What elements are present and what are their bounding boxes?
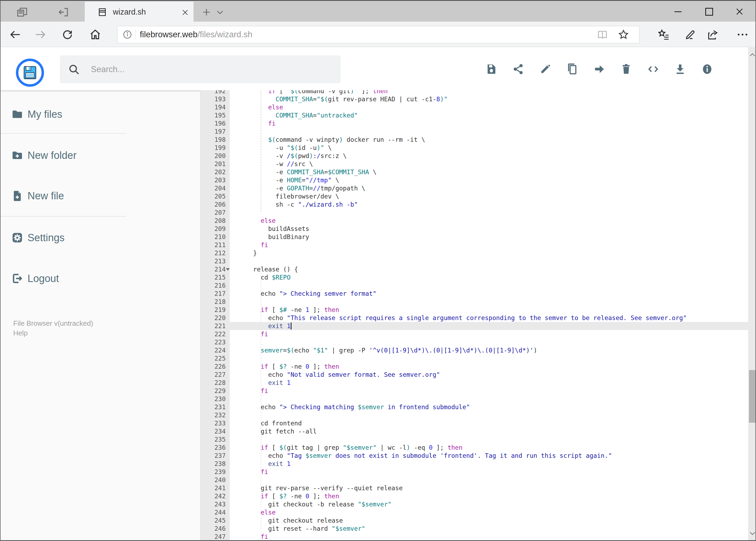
back-icon[interactable] bbox=[7, 26, 23, 43]
code-line[interactable]: 210 buildBinary bbox=[200, 233, 748, 241]
forward-icon[interactable] bbox=[32, 26, 49, 43]
share-icon[interactable] bbox=[704, 26, 721, 43]
code-line[interactable]: 238 exit 1 bbox=[200, 460, 748, 468]
sidebar-item-my-files[interactable]: My files bbox=[1, 101, 189, 128]
address-bar[interactable]: filebrowser.web/files/wizard.sh bbox=[117, 26, 639, 43]
code-button[interactable] bbox=[644, 61, 662, 78]
code-line[interactable]: 230 bbox=[200, 395, 748, 403]
code-line[interactable]: 195 COMMIT_SHA="untracked" bbox=[200, 111, 748, 119]
close-tab-icon[interactable] bbox=[180, 7, 190, 18]
code-line[interactable]: 235 bbox=[200, 435, 748, 443]
code-line[interactable]: 203 -e HOME="//tmp" \ bbox=[200, 176, 748, 184]
scroll-up-icon[interactable] bbox=[748, 49, 756, 60]
code-line[interactable]: 218 bbox=[200, 297, 748, 306]
code-line[interactable]: 220 echo "This release script requires a… bbox=[200, 314, 748, 322]
reading-view-icon[interactable] bbox=[596, 28, 609, 41]
scroll-down-icon[interactable] bbox=[748, 528, 756, 539]
favorite-star-icon[interactable] bbox=[617, 28, 630, 41]
code-line[interactable]: 208 else bbox=[200, 217, 748, 225]
code-line[interactable]: 233 cd frontend bbox=[200, 419, 748, 427]
code-line[interactable]: 243 git checkout -b release "$semver" bbox=[200, 500, 748, 508]
code-line[interactable]: 192 if [ "$(command -v git)" ]; then bbox=[200, 90, 748, 95]
tab-wizard-sh[interactable]: wizard.sh bbox=[85, 2, 193, 22]
code-line[interactable]: 202 -e COMMIT_SHA=$COMMIT_SHA \ bbox=[200, 168, 748, 176]
code-line[interactable]: 216 bbox=[200, 281, 748, 289]
code-line[interactable]: 207 bbox=[200, 209, 748, 217]
code-line[interactable]: 214release () { bbox=[200, 265, 748, 273]
code-line[interactable]: 217 echo "> Checking semver format" bbox=[200, 289, 748, 297]
sidebar-item-new-file[interactable]: New file bbox=[1, 182, 189, 209]
code-line[interactable]: 227 echo "Not valid semver format. See s… bbox=[200, 370, 748, 379]
code-line[interactable]: 246 git reset --hard "$semver" bbox=[200, 525, 748, 533]
code-line[interactable]: 244 else bbox=[200, 508, 748, 516]
new-tab-icon[interactable] bbox=[199, 5, 214, 20]
code-line[interactable]: 222 fi bbox=[200, 330, 748, 338]
code-line[interactable]: 209 buildAssets bbox=[200, 225, 748, 233]
code-line[interactable]: 200 -v /$(pwd):/src:z \ bbox=[200, 152, 748, 160]
code-line[interactable]: 232 bbox=[200, 411, 748, 419]
code-line[interactable]: 215 cd $REPO bbox=[200, 273, 748, 281]
code-line[interactable]: 234 git fetch --all bbox=[200, 427, 748, 435]
url-text[interactable]: filebrowser.web/files/wizard.sh bbox=[140, 30, 252, 39]
download-button[interactable] bbox=[671, 61, 689, 78]
search-input[interactable] bbox=[60, 55, 341, 83]
annotate-pen-icon[interactable] bbox=[682, 26, 698, 43]
help-link[interactable]: Help bbox=[13, 329, 28, 337]
code-line[interactable]: 241 git rev-parse --verify --quiet relea… bbox=[200, 484, 748, 492]
code-line[interactable]: 223 bbox=[200, 338, 748, 346]
code-line[interactable]: 245 git checkout release bbox=[200, 516, 748, 525]
code-line[interactable]: 204 -e GOPATH=//tmp/gopath \ bbox=[200, 184, 748, 192]
code-line[interactable]: 242 if [ $? -ne 0 ]; then bbox=[200, 492, 748, 500]
code-line[interactable]: 213 bbox=[200, 257, 748, 265]
set-tabs-aside-icon[interactable] bbox=[56, 5, 71, 20]
code-line[interactable]: 231 echo "> Checking matching $semver in… bbox=[200, 403, 748, 411]
move-button[interactable] bbox=[591, 61, 608, 78]
code-editor[interactable]: 192 if [ "$(command -v git)" ]; then193 … bbox=[200, 90, 748, 541]
code-line[interactable]: 225 bbox=[200, 354, 748, 362]
code-line[interactable]: 201 -w //src \ bbox=[200, 160, 748, 168]
hub-icon[interactable] bbox=[655, 26, 671, 43]
maximize-icon[interactable] bbox=[697, 3, 721, 20]
code-line[interactable]: 197 bbox=[200, 128, 748, 136]
code-line[interactable]: 205 filebrowser/dev \ bbox=[200, 192, 748, 201]
filebrowser-logo[interactable] bbox=[16, 59, 44, 87]
refresh-icon[interactable] bbox=[59, 26, 76, 43]
code-line[interactable]: 236 if [ $(git tag | grep "$semver" | wc… bbox=[200, 443, 748, 452]
page-info-icon[interactable] bbox=[122, 29, 132, 40]
code-line[interactable]: 212} bbox=[200, 249, 748, 257]
code-line[interactable]: 193 COMMIT_SHA="$(git rev-parse HEAD | c… bbox=[200, 95, 748, 103]
scrollbar-thumb[interactable] bbox=[749, 370, 756, 423]
delete-button[interactable] bbox=[618, 61, 635, 78]
code-line[interactable]: 228 exit 1 bbox=[200, 379, 748, 387]
sidebar-item-settings[interactable]: Settings bbox=[1, 224, 189, 251]
minimize-icon[interactable] bbox=[666, 3, 690, 20]
more-icon[interactable] bbox=[734, 26, 751, 43]
code-line[interactable]: 221 exit 1 bbox=[200, 322, 748, 330]
code-line[interactable]: 224 semver=$(echo "$1" | grep -P '^v(0|[… bbox=[200, 346, 748, 354]
code-line[interactable]: 219 if [ $# -ne 1 ]; then bbox=[200, 306, 748, 314]
sidebar-item-logout[interactable]: Logout bbox=[1, 265, 189, 292]
code-line[interactable]: 211 fi bbox=[200, 241, 748, 249]
save-button[interactable] bbox=[483, 61, 500, 78]
code-line[interactable]: 237 echo "Tag $semver does not exist in … bbox=[200, 452, 748, 460]
share-button[interactable] bbox=[510, 61, 527, 78]
code-line[interactable]: 194 else bbox=[200, 103, 748, 111]
info-button[interactable] bbox=[698, 61, 716, 78]
copy-button[interactable] bbox=[564, 61, 581, 78]
code-line[interactable]: 247 fi bbox=[200, 533, 748, 541]
code-line[interactable]: 199 -u "$(id -u)" \ bbox=[200, 144, 748, 152]
fold-arrow-icon[interactable] bbox=[226, 268, 230, 270]
sidebar-item-new-folder[interactable]: New folder bbox=[1, 142, 189, 169]
code-line[interactable]: 240 bbox=[200, 476, 748, 484]
code-line[interactable]: 239 fi bbox=[200, 468, 748, 476]
code-line[interactable]: 198 $(command -v winpty) docker run --rm… bbox=[200, 136, 748, 144]
home-icon[interactable] bbox=[87, 26, 104, 43]
close-window-icon[interactable] bbox=[727, 3, 752, 20]
code-line[interactable]: 229 fi bbox=[200, 387, 748, 395]
edit-button[interactable] bbox=[537, 61, 554, 78]
scrollbar[interactable] bbox=[748, 47, 756, 541]
tab-dropdown-icon[interactable] bbox=[212, 5, 227, 20]
code-line[interactable]: 226 if [ $? -ne 0 ]; then bbox=[200, 362, 748, 370]
tab-preview-icon[interactable] bbox=[15, 5, 30, 20]
code-line[interactable]: 206 sh -c "./wizard.sh -b" bbox=[200, 201, 748, 209]
